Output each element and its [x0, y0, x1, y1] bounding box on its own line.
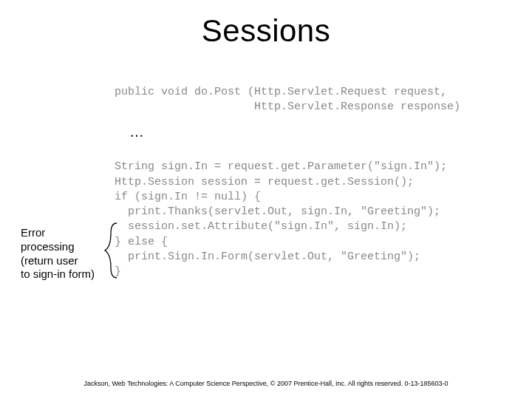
code-line: print.Sign.In.Form(servlet.Out, "Greetin… [115, 250, 420, 263]
code-line: print.Thanks(servlet.Out, sign.In, "Gree… [115, 205, 440, 218]
code-block: public void do.Post (Http.Servlet.Reques… [115, 85, 460, 279]
code-line: public void do.Post (Http.Servlet.Reques… [115, 86, 447, 98]
slide: Sessions public void do.Post (Http.Servl… [0, 0, 532, 399]
annotation-text: Error processing (return user to sign-in… [21, 226, 109, 282]
code-line: if (sign.In != null) { [115, 191, 261, 203]
code-line: } else { [115, 236, 168, 248]
code-line: Http.Servlet.Response response) [115, 100, 460, 113]
brace-icon [103, 222, 120, 279]
code-line: Http.Session session = request.get.Sessi… [115, 176, 414, 188]
code-line: session.set.Attribute("sign.In", sign.In… [115, 220, 407, 233]
footer-citation: Jackson, Web Technologies: A Computer Sc… [0, 380, 532, 387]
ellipsis: … [129, 123, 144, 140]
code-line: String sign.In = request.get.Parameter("… [115, 160, 447, 173]
slide-title: Sessions [0, 13, 532, 49]
